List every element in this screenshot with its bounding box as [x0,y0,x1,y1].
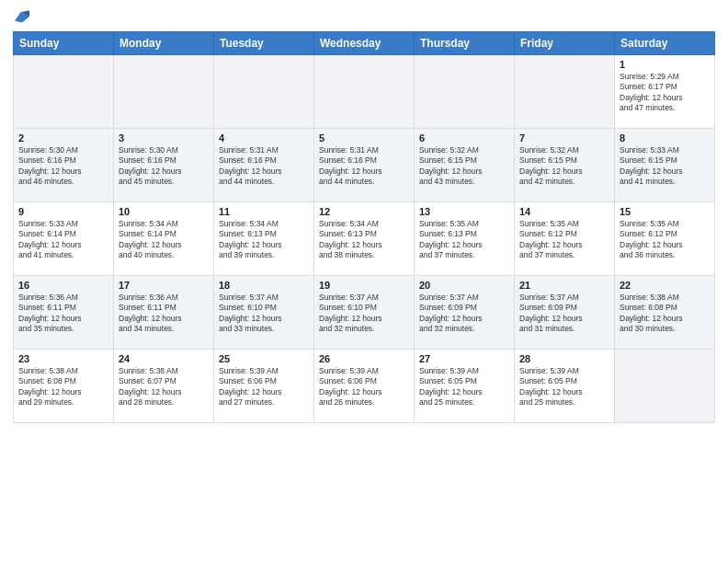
calendar-cell: 19Sunrise: 5:37 AM Sunset: 6:10 PM Dayli… [314,276,415,350]
day-number: 16 [18,280,108,291]
day-info: Sunrise: 5:38 AM Sunset: 6:08 PM Dayligh… [620,293,710,335]
day-info: Sunrise: 5:36 AM Sunset: 6:11 PM Dayligh… [119,293,209,335]
calendar-cell: 16Sunrise: 5:36 AM Sunset: 6:11 PM Dayli… [14,276,114,350]
calendar-cell: 13Sunrise: 5:35 AM Sunset: 6:13 PM Dayli… [415,202,515,276]
calendar-day-header: Monday [114,32,214,55]
calendar-cell: 11Sunrise: 5:34 AM Sunset: 6:13 PM Dayli… [214,202,314,276]
calendar-cell: 18Sunrise: 5:37 AM Sunset: 6:10 PM Dayli… [214,276,314,350]
day-info: Sunrise: 5:35 AM Sunset: 6:12 PM Dayligh… [519,219,609,261]
calendar-week-row: 23Sunrise: 5:38 AM Sunset: 6:08 PM Dayli… [14,350,715,423]
day-info: Sunrise: 5:39 AM Sunset: 6:06 PM Dayligh… [219,366,309,408]
calendar-cell: 8Sunrise: 5:33 AM Sunset: 6:15 PM Daylig… [615,129,715,202]
day-number: 17 [119,280,209,291]
calendar-week-row: 1Sunrise: 5:29 AM Sunset: 6:17 PM Daylig… [14,55,715,129]
day-number: 23 [18,353,108,364]
calendar-cell: 21Sunrise: 5:37 AM Sunset: 6:09 PM Dayli… [515,276,615,350]
calendar-cell: 26Sunrise: 5:39 AM Sunset: 6:06 PM Dayli… [314,350,415,423]
calendar-day-header: Friday [515,32,615,55]
day-info: Sunrise: 5:35 AM Sunset: 6:12 PM Dayligh… [620,219,710,261]
day-number: 10 [119,206,209,217]
day-number: 28 [519,353,609,364]
calendar-cell [114,55,214,129]
day-number: 5 [319,132,409,144]
calendar-cell: 27Sunrise: 5:39 AM Sunset: 6:05 PM Dayli… [415,350,515,423]
calendar-week-row: 2Sunrise: 5:30 AM Sunset: 6:16 PM Daylig… [14,129,715,202]
day-info: Sunrise: 5:37 AM Sunset: 6:10 PM Dayligh… [319,293,409,335]
calendar-cell [415,55,515,129]
logo-icon [15,9,29,24]
calendar-day-header: Wednesday [314,32,415,55]
day-info: Sunrise: 5:29 AM Sunset: 6:17 PM Dayligh… [620,72,710,114]
calendar-day-header: Saturday [615,32,715,55]
day-number: 6 [419,132,509,144]
day-number: 2 [18,132,108,144]
calendar-cell: 14Sunrise: 5:35 AM Sunset: 6:12 PM Dayli… [515,202,615,276]
day-number: 13 [419,206,509,217]
day-info: Sunrise: 5:34 AM Sunset: 6:13 PM Dayligh… [319,219,409,261]
calendar-week-row: 9Sunrise: 5:33 AM Sunset: 6:14 PM Daylig… [14,202,715,276]
day-info: Sunrise: 5:31 AM Sunset: 6:16 PM Dayligh… [219,145,309,188]
day-number: 18 [219,280,309,291]
calendar-cell [14,55,114,129]
day-info: Sunrise: 5:37 AM Sunset: 6:09 PM Dayligh… [419,293,509,335]
day-number: 12 [319,206,409,217]
calendar-cell: 23Sunrise: 5:38 AM Sunset: 6:08 PM Dayli… [14,350,114,423]
calendar-cell: 6Sunrise: 5:32 AM Sunset: 6:15 PM Daylig… [415,129,515,202]
calendar-cell: 28Sunrise: 5:39 AM Sunset: 6:05 PM Dayli… [515,350,615,423]
day-number: 4 [219,132,309,144]
day-number: 8 [620,132,710,144]
calendar-cell: 2Sunrise: 5:30 AM Sunset: 6:16 PM Daylig… [14,129,114,202]
day-number: 1 [620,59,710,70]
calendar-day-header: Tuesday [214,32,314,55]
day-info: Sunrise: 5:38 AM Sunset: 6:07 PM Dayligh… [119,366,209,408]
day-info: Sunrise: 5:37 AM Sunset: 6:10 PM Dayligh… [219,293,309,335]
day-number: 27 [419,353,509,364]
calendar-cell: 9Sunrise: 5:33 AM Sunset: 6:14 PM Daylig… [14,202,114,276]
day-info: Sunrise: 5:34 AM Sunset: 6:13 PM Dayligh… [219,219,309,261]
day-info: Sunrise: 5:30 AM Sunset: 6:16 PM Dayligh… [18,145,108,188]
day-info: Sunrise: 5:39 AM Sunset: 6:05 PM Dayligh… [519,366,609,408]
day-info: Sunrise: 5:38 AM Sunset: 6:08 PM Dayligh… [18,366,108,408]
day-info: Sunrise: 5:31 AM Sunset: 6:16 PM Dayligh… [319,145,409,188]
page: SundayMondayTuesdayWednesdayThursdayFrid… [0,0,728,563]
calendar-header-row: SundayMondayTuesdayWednesdayThursdayFrid… [14,32,715,55]
day-info: Sunrise: 5:32 AM Sunset: 6:15 PM Dayligh… [419,145,509,188]
calendar-cell: 4Sunrise: 5:31 AM Sunset: 6:16 PM Daylig… [214,129,314,202]
day-number: 21 [519,280,609,291]
calendar-cell: 7Sunrise: 5:32 AM Sunset: 6:15 PM Daylig… [515,129,615,202]
day-number: 3 [119,132,209,144]
day-number: 26 [319,353,409,364]
logo [13,9,29,24]
day-number: 9 [18,206,108,217]
calendar-day-header: Sunday [14,32,114,55]
calendar-cell [515,55,615,129]
calendar-cell: 22Sunrise: 5:38 AM Sunset: 6:08 PM Dayli… [615,276,715,350]
calendar-cell [214,55,314,129]
day-info: Sunrise: 5:39 AM Sunset: 6:05 PM Dayligh… [419,366,509,408]
calendar-cell: 25Sunrise: 5:39 AM Sunset: 6:06 PM Dayli… [214,350,314,423]
day-number: 11 [219,206,309,217]
calendar-cell: 5Sunrise: 5:31 AM Sunset: 6:16 PM Daylig… [314,129,415,202]
calendar-cell: 10Sunrise: 5:34 AM Sunset: 6:14 PM Dayli… [114,202,214,276]
day-info: Sunrise: 5:36 AM Sunset: 6:11 PM Dayligh… [18,293,108,335]
day-number: 24 [119,353,209,364]
day-info: Sunrise: 5:30 AM Sunset: 6:16 PM Dayligh… [119,145,209,188]
calendar-cell: 12Sunrise: 5:34 AM Sunset: 6:13 PM Dayli… [314,202,415,276]
calendar-cell: 1Sunrise: 5:29 AM Sunset: 6:17 PM Daylig… [615,55,715,129]
calendar-day-header: Thursday [415,32,515,55]
day-info: Sunrise: 5:37 AM Sunset: 6:09 PM Dayligh… [519,293,609,335]
day-number: 14 [519,206,609,217]
day-info: Sunrise: 5:33 AM Sunset: 6:15 PM Dayligh… [620,145,710,188]
calendar-week-row: 16Sunrise: 5:36 AM Sunset: 6:11 PM Dayli… [14,276,715,350]
day-number: 25 [219,353,309,364]
day-number: 15 [620,206,710,217]
day-number: 22 [620,280,710,291]
calendar-cell: 3Sunrise: 5:30 AM Sunset: 6:16 PM Daylig… [114,129,214,202]
day-info: Sunrise: 5:34 AM Sunset: 6:14 PM Dayligh… [119,219,209,261]
day-number: 20 [419,280,509,291]
calendar-cell: 17Sunrise: 5:36 AM Sunset: 6:11 PM Dayli… [114,276,214,350]
day-info: Sunrise: 5:35 AM Sunset: 6:13 PM Dayligh… [419,219,509,261]
calendar-cell: 15Sunrise: 5:35 AM Sunset: 6:12 PM Dayli… [615,202,715,276]
calendar-cell [314,55,415,129]
day-number: 7 [519,132,609,144]
